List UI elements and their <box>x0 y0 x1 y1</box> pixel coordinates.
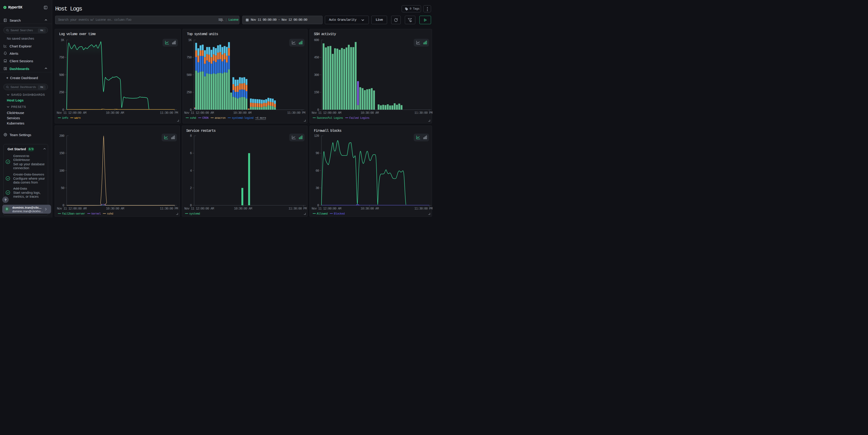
svg-text:Nov 11 12:00:00 AM: Nov 11 12:00:00 AM <box>184 207 214 211</box>
svg-text:200: 200 <box>59 134 64 138</box>
svg-text:150: 150 <box>314 91 319 94</box>
svg-text:11:30:00 PM: 11:30:00 PM <box>160 207 178 211</box>
svg-text:Nov 11 12:00:00 AM: Nov 11 12:00:00 AM <box>184 111 214 115</box>
svg-text:11:30:00 PM: 11:30:00 PM <box>414 207 433 211</box>
svg-text:1K: 1K <box>61 38 64 42</box>
svg-text:Nov 11 12:00:00 AM: Nov 11 12:00:00 AM <box>312 207 341 211</box>
svg-text:10:30:00 AM: 10:30:00 AM <box>361 111 379 115</box>
svg-text:11:30:00 PM: 11:30:00 PM <box>287 111 305 115</box>
svg-text:Successful Logins: Successful Logins <box>317 116 343 120</box>
svg-text:10:30:00 AM: 10:30:00 AM <box>234 207 252 211</box>
svg-text:sshd: sshd <box>190 116 196 120</box>
svg-text:150: 150 <box>59 151 64 155</box>
svg-text:30: 30 <box>316 186 319 190</box>
svg-text:10:30:00 AM: 10:30:00 AM <box>233 111 251 115</box>
svg-text:11:30:00 PM: 11:30:00 PM <box>414 111 433 115</box>
svg-text:300: 300 <box>314 73 319 77</box>
svg-text:250: 250 <box>59 91 64 94</box>
svg-text:600: 600 <box>314 38 319 42</box>
svg-text:120: 120 <box>314 134 319 138</box>
svg-text:sshd: sshd <box>107 212 113 215</box>
svg-text:500: 500 <box>186 73 191 77</box>
svg-text:warn: warn <box>74 116 81 120</box>
svg-text:Blocked: Blocked <box>334 212 345 215</box>
svg-text:90: 90 <box>316 151 319 155</box>
svg-text:11:30:00 PM: 11:30:00 PM <box>160 111 178 115</box>
svg-text:Allowed: Allowed <box>317 212 328 215</box>
svg-text:fail2ban-server: fail2ban-server <box>62 212 85 215</box>
svg-text:4: 4 <box>190 169 192 173</box>
svg-text:750: 750 <box>186 56 191 59</box>
svg-text:6: 6 <box>190 151 192 155</box>
svg-text:2: 2 <box>190 186 192 190</box>
svg-text:500: 500 <box>59 73 64 77</box>
svg-text:anacron: anacron <box>215 116 226 120</box>
svg-text:50: 50 <box>61 186 64 190</box>
svg-text:10:30:00 AM: 10:30:00 AM <box>106 111 124 115</box>
svg-text:10:30:00 AM: 10:30:00 AM <box>106 207 124 211</box>
svg-text:kernel: kernel <box>91 212 101 215</box>
svg-text:CRON: CRON <box>202 116 208 120</box>
svg-text:Nov 11 12:00:00 AM: Nov 11 12:00:00 AM <box>312 111 341 115</box>
svg-text:info: info <box>62 116 68 120</box>
svg-text:250: 250 <box>186 91 191 94</box>
svg-text:Nov 11 12:00:00 AM: Nov 11 12:00:00 AM <box>57 207 87 211</box>
svg-text:Failed Logins: Failed Logins <box>349 116 369 120</box>
svg-text:11:30:00 PM: 11:30:00 PM <box>288 207 307 211</box>
svg-text:8: 8 <box>190 134 192 138</box>
svg-text:100: 100 <box>59 169 64 173</box>
svg-text:10:30:00 AM: 10:30:00 AM <box>361 207 379 211</box>
svg-text:1K: 1K <box>188 38 192 42</box>
svg-text:systemd: systemd <box>189 212 200 215</box>
svg-text:Nov 11 12:00:00 AM: Nov 11 12:00:00 AM <box>57 111 86 115</box>
svg-text:systemd-logind: systemd-logind <box>232 116 253 120</box>
svg-text:750: 750 <box>59 56 64 59</box>
svg-text:+4 more: +4 more <box>255 116 266 120</box>
svg-text:450: 450 <box>314 56 319 59</box>
svg-text:60: 60 <box>316 169 319 173</box>
